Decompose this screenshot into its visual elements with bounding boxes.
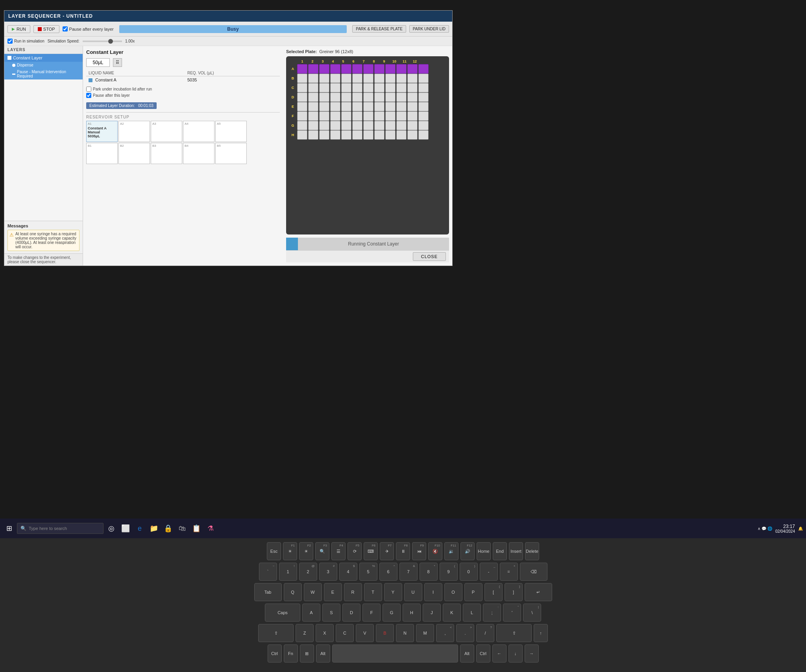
taskbar-search[interactable]: 🔍 Type here to search (17, 523, 104, 534)
key-z[interactable]: Z (296, 624, 314, 642)
key-arrow-left[interactable]: ← (492, 644, 507, 663)
key-semicolon[interactable]: :; (483, 604, 501, 622)
reservoir-cell-b2[interactable]: B2 (118, 143, 150, 164)
key-y[interactable]: Y (384, 583, 402, 601)
well-g7[interactable] (363, 121, 373, 130)
well-b8[interactable] (374, 74, 385, 83)
well-f1[interactable] (297, 111, 307, 121)
well-e9[interactable] (385, 102, 396, 111)
well-f4[interactable] (330, 111, 340, 121)
key-o[interactable]: O (444, 583, 462, 601)
well-h11[interactable] (407, 130, 418, 140)
well-h7[interactable] (363, 130, 373, 140)
well-f6[interactable] (352, 111, 362, 121)
key-7[interactable]: &7 (399, 563, 418, 581)
reservoir-cell-b3[interactable]: B3 (151, 143, 182, 164)
key-ctrl-r[interactable]: Ctrl (476, 644, 490, 663)
key-alt-r[interactable]: Alt (460, 644, 474, 663)
key-comma[interactable]: <, (436, 624, 454, 642)
key-f11[interactable]: F11🔉 (444, 542, 458, 560)
key-c[interactable]: C (336, 624, 354, 642)
key-x[interactable]: X (316, 624, 334, 642)
well-e8[interactable] (374, 102, 385, 111)
well-h4[interactable] (330, 130, 340, 140)
well-f2[interactable] (308, 111, 318, 121)
reservoir-cell-b5[interactable]: B5 (215, 143, 247, 164)
well-b6[interactable] (352, 74, 362, 83)
key-bracket-r[interactable]: }] (505, 583, 523, 601)
volume-input[interactable] (86, 58, 110, 67)
well-d10[interactable] (396, 92, 407, 102)
well-h2[interactable] (308, 130, 318, 140)
key-f[interactable]: F (362, 604, 381, 622)
well-g1[interactable] (297, 121, 307, 130)
reservoir-cell-b4[interactable]: B4 (183, 143, 214, 164)
well-b10[interactable] (396, 74, 407, 83)
well-g10[interactable] (396, 121, 407, 130)
key-fn[interactable]: Fn (284, 644, 298, 663)
well-c10[interactable] (396, 83, 407, 92)
well-h5[interactable] (341, 130, 351, 140)
well-d2[interactable] (308, 92, 318, 102)
well-e6[interactable] (352, 102, 362, 111)
well-f7[interactable] (363, 111, 373, 121)
taskbar-explorer[interactable]: 📁 (148, 522, 160, 535)
key-f5[interactable]: F5⟳ (348, 542, 362, 560)
well-c11[interactable] (407, 83, 418, 92)
park-incubation-checkbox[interactable] (86, 87, 91, 92)
key-l[interactable]: L (463, 604, 481, 622)
key-esc[interactable]: Esc (267, 542, 281, 560)
key-enter[interactable]: ↵ (525, 583, 552, 601)
well-h3[interactable] (319, 130, 329, 140)
well-c12[interactable] (418, 83, 429, 92)
taskbar-cortana[interactable]: ◎ (105, 522, 118, 535)
key-i[interactable]: I (424, 583, 442, 601)
key-k[interactable]: K (443, 604, 461, 622)
well-b11[interactable] (407, 74, 418, 83)
key-quote[interactable]: "' (503, 604, 521, 622)
well-f10[interactable] (396, 111, 407, 121)
key-tab[interactable]: Tab (254, 583, 282, 601)
well-a3[interactable] (319, 64, 329, 74)
well-b2[interactable] (308, 74, 318, 83)
well-c2[interactable] (308, 83, 318, 92)
key-alt-l[interactable]: Alt (316, 644, 330, 663)
close-button[interactable]: CLOSE (413, 252, 446, 261)
speed-slider[interactable] (83, 41, 122, 42)
key-backslash[interactable]: |\ (523, 604, 541, 622)
key-3[interactable]: #3 (319, 563, 337, 581)
key-win[interactable]: ⊞ (300, 644, 314, 663)
key-arrow-up[interactable]: ↑ (534, 624, 548, 642)
well-d9[interactable] (385, 92, 396, 102)
taskbar-ie[interactable]: e (133, 522, 146, 535)
well-e7[interactable] (363, 102, 373, 111)
key-period[interactable]: >. (456, 624, 474, 642)
key-equals[interactable]: += (500, 563, 518, 581)
notification-icon[interactable]: 🔔 (798, 526, 803, 531)
key-delete[interactable]: Delete (525, 542, 539, 560)
taskbar-sticky[interactable]: 📋 (190, 522, 203, 535)
key-shift-l[interactable]: ⇧ (258, 624, 294, 642)
well-g9[interactable] (385, 121, 396, 130)
key-0[interactable]: )0 (460, 563, 478, 581)
well-g8[interactable] (374, 121, 385, 130)
well-e2[interactable] (308, 102, 318, 111)
well-e11[interactable] (407, 102, 418, 111)
pause-after-checkbox[interactable] (86, 93, 91, 98)
well-c9[interactable] (385, 83, 396, 92)
well-f9[interactable] (385, 111, 396, 121)
well-a7[interactable] (363, 64, 373, 74)
key-f6[interactable]: F6⌨ (364, 542, 378, 560)
reservoir-cell-a4[interactable]: A4 (183, 121, 214, 142)
key-p[interactable]: P (464, 583, 482, 601)
well-d5[interactable] (341, 92, 351, 102)
well-b9[interactable] (385, 74, 396, 83)
key-insert[interactable]: Insert (509, 542, 523, 560)
well-b4[interactable] (330, 74, 340, 83)
well-d8[interactable] (374, 92, 385, 102)
reservoir-cell-a5[interactable]: A5 (215, 121, 247, 142)
taskbar-edge[interactable]: 🔒 (162, 522, 174, 535)
pause-every-layer-checkbox[interactable]: Pause after every layer (63, 26, 114, 31)
taskbar-store[interactable]: 🛍 (176, 522, 189, 535)
key-1[interactable]: !1 (279, 563, 297, 581)
